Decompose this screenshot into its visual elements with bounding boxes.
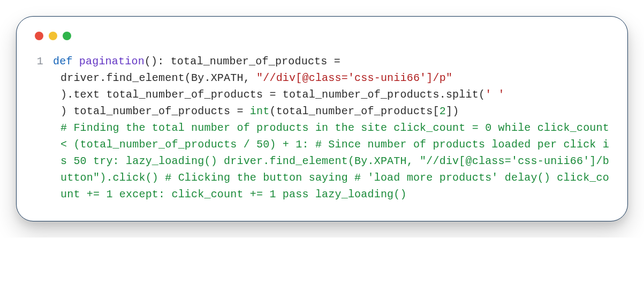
comment-block: # Finding the total number of products i… bbox=[53, 120, 610, 203]
code-text: ) total_number_of_products = bbox=[60, 105, 250, 117]
number-literal: 2 bbox=[440, 105, 446, 117]
code-text: (total_number_of_products[ bbox=[269, 105, 439, 117]
string-literal: ' ' bbox=[485, 88, 505, 101]
string-literal: "//div[@class='css-unii66']/p" bbox=[256, 72, 452, 84]
code-text: (): total_number_of_products = bbox=[145, 55, 340, 68]
code-line: ) total_number_of_products = int(total_n… bbox=[53, 103, 610, 120]
function-name: pagination bbox=[79, 55, 145, 68]
code-text: ).text total_number_of_products = total_… bbox=[60, 88, 485, 101]
code-content: def pagination(): total_number_of_produc… bbox=[47, 53, 610, 203]
close-icon bbox=[35, 32, 43, 40]
line-number: 1 bbox=[37, 55, 43, 68]
code-text: driver.find_element(By.XPATH, bbox=[60, 72, 256, 84]
window-controls bbox=[35, 32, 610, 40]
keyword-def: def bbox=[53, 55, 73, 68]
code-block: 1 def pagination(): total_number_of_prod… bbox=[34, 53, 610, 203]
code-text: ]) bbox=[446, 105, 459, 117]
minimize-icon bbox=[49, 32, 57, 40]
code-line: ).text total_number_of_products = total_… bbox=[53, 86, 610, 103]
code-line: driver.find_element(By.XPATH, "//div[@cl… bbox=[53, 70, 610, 86]
builtin-int: int bbox=[250, 105, 270, 117]
code-card: 1 def pagination(): total_number_of_prod… bbox=[16, 16, 628, 221]
maximize-icon bbox=[63, 32, 71, 40]
line-number-gutter: 1 bbox=[34, 53, 47, 203]
